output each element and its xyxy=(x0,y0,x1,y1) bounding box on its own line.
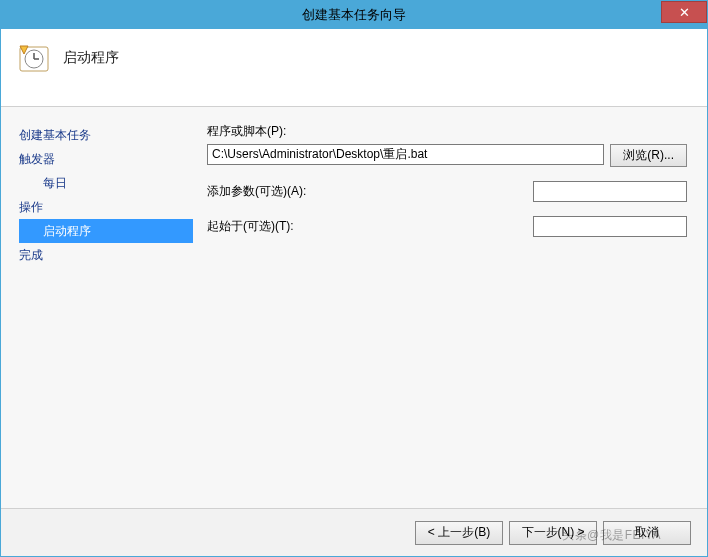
args-row: 添加参数(可选)(A): xyxy=(207,181,687,202)
step-finish[interactable]: 完成 xyxy=(19,243,207,267)
form-content: 程序或脚本(P): 浏览(R)... 添加参数(可选)(A): 起始于(可选)(… xyxy=(207,107,707,508)
next-button[interactable]: 下一步(N) > xyxy=(509,521,597,545)
titlebar: 创建基本任务向导 ✕ xyxy=(1,1,707,29)
browse-button[interactable]: 浏览(R)... xyxy=(610,144,687,167)
header-area: 启动程序 xyxy=(1,29,707,107)
window-title: 创建基本任务向导 xyxy=(302,6,406,24)
step-action-start-program[interactable]: 启动程序 xyxy=(19,219,193,243)
script-input[interactable] xyxy=(207,144,604,165)
startin-label: 起始于(可选)(T): xyxy=(207,218,467,235)
step-create-task[interactable]: 创建基本任务 xyxy=(19,123,207,147)
wizard-clock-icon xyxy=(19,43,51,75)
args-input[interactable] xyxy=(533,181,687,202)
step-trigger[interactable]: 触发器 xyxy=(19,147,207,171)
step-action[interactable]: 操作 xyxy=(19,195,207,219)
close-icon: ✕ xyxy=(679,5,690,20)
wizard-window: 创建基本任务向导 ✕ 启动程序 创建基本任务 触发器 每日 操作 启动程序 完成 xyxy=(0,0,708,557)
startin-input[interactable] xyxy=(533,216,687,237)
page-title: 启动程序 xyxy=(63,49,119,67)
step-trigger-daily[interactable]: 每日 xyxy=(19,171,207,195)
script-row: 程序或脚本(P): 浏览(R)... xyxy=(207,123,687,167)
close-button[interactable]: ✕ xyxy=(661,1,707,23)
script-label: 程序或脚本(P): xyxy=(207,123,286,140)
footer: < 上一步(B) 下一步(N) > 取消 头条@我是FEIYA xyxy=(1,508,707,556)
wizard-sidebar: 创建基本任务 触发器 每日 操作 启动程序 完成 xyxy=(1,107,207,508)
startin-row: 起始于(可选)(T): xyxy=(207,216,687,237)
body-area: 创建基本任务 触发器 每日 操作 启动程序 完成 程序或脚本(P): 浏览(R)… xyxy=(1,107,707,508)
cancel-button[interactable]: 取消 xyxy=(603,521,691,545)
back-button[interactable]: < 上一步(B) xyxy=(415,521,503,545)
args-label: 添加参数(可选)(A): xyxy=(207,183,467,200)
